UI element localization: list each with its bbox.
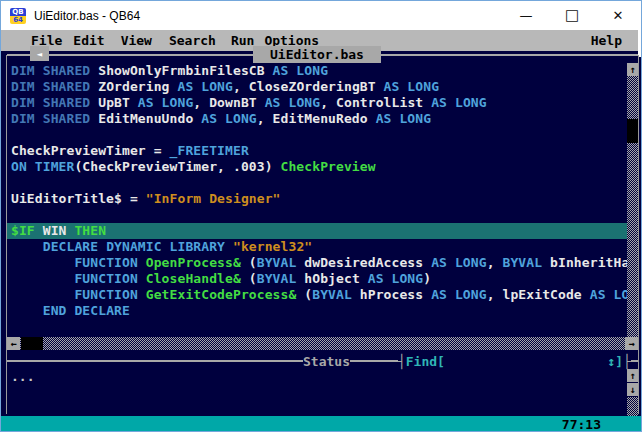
cursor-position: 77:13 <box>562 417 601 432</box>
code-token: ( <box>241 255 257 270</box>
horizontal-scrollbar[interactable]: ← → <box>7 337 638 350</box>
status-panel[interactable]: ... <box>7 369 627 416</box>
code-line[interactable] <box>7 207 627 223</box>
menu-bar-gap <box>638 30 642 57</box>
code-line[interactable]: DIM SHARED ShowOnlyFrmbinFilesCB AS LONG <box>7 63 627 79</box>
minimize-button[interactable]: — <box>503 1 549 30</box>
code-line[interactable]: UiEditorTitle$ = "InForm Designer" <box>7 191 627 207</box>
vertical-scrollbar-track[interactable] <box>627 76 638 337</box>
vertical-scrollbar-thumb[interactable] <box>627 119 638 143</box>
menu-item-view[interactable]: View <box>121 33 152 48</box>
horizontal-scrollbar-track[interactable] <box>20 337 625 350</box>
title-bar[interactable]: QB 64 UiEditor.bas - QB64 — □ ✕ <box>1 1 641 30</box>
code-line-metacommand[interactable]: $IF WIN THEN <box>7 223 627 239</box>
maximize-button[interactable]: □ <box>549 0 595 30</box>
left-arrow-icon: ← <box>10 338 16 349</box>
code-line[interactable]: CheckPreviewTimer = _FREETIMER <box>7 143 627 159</box>
code-token: $IF <box>11 223 43 238</box>
editor-right-frame <box>638 55 639 414</box>
code-token: EditMenuUndo <box>98 111 201 126</box>
menu-item-search[interactable]: Search <box>169 33 216 48</box>
code-token: DIM SHARED <box>11 63 98 78</box>
code-token: , CloseZOrderingBT <box>233 79 384 94</box>
code-line[interactable]: FUNCTION OpenProcess& (BYVAL dwDesiredAc… <box>7 255 627 271</box>
code-token <box>11 271 74 286</box>
code-token: AS LONG <box>273 63 329 78</box>
find-updown-icon[interactable]: ↕] <box>608 354 624 369</box>
code-token: , DownBT <box>193 95 264 110</box>
code-token: AS LONG <box>368 271 424 286</box>
status-scrollbar-track[interactable] <box>627 397 638 416</box>
code-token: BYVAL <box>503 255 543 270</box>
code-token: CheckPreviewTimer = <box>11 143 170 158</box>
code-token: UpBT <box>98 95 138 110</box>
code-token: FUNCTION <box>74 287 145 302</box>
code-line[interactable]: DIM SHARED UpBT AS LONG, DownBT AS LONG,… <box>7 95 627 111</box>
code-token: AS LONG <box>138 95 194 110</box>
divider-left-tick: ┤ <box>398 354 406 369</box>
code-token: , lpExitCode <box>487 287 590 302</box>
scroll-up-button[interactable]: ↑ <box>627 63 638 76</box>
code-token: (CheckPreviewTimer, .003) <box>74 159 280 174</box>
scroll-left-button[interactable]: ← <box>7 337 20 350</box>
right-arrow-icon: → <box>628 338 634 349</box>
divider-line <box>350 360 398 362</box>
tab-uieditor-bas[interactable]: UiEditor.bas <box>253 46 381 63</box>
code-token: hObject <box>296 271 367 286</box>
code-token: OpenProcess& <box>146 255 241 270</box>
horizontal-scrollbar-thumb[interactable] <box>21 337 43 350</box>
code-token: AS LONG <box>177 79 233 94</box>
code-line[interactable]: END DECLARE <box>7 303 627 319</box>
code-token <box>11 287 74 302</box>
code-line[interactable]: DECLARE DYNAMIC LIBRARY "kernel32" <box>7 239 627 255</box>
status-divider: Status ┤ Find[ ↕] ├ <box>7 353 638 369</box>
close-button[interactable]: ✕ <box>595 1 641 30</box>
code-line[interactable]: DIM SHARED ZOrdering AS LONG, CloseZOrde… <box>7 79 627 95</box>
code-token: _FREETIMER <box>170 143 249 158</box>
divider-line <box>7 360 303 362</box>
code-token: ON TIMER <box>11 159 74 174</box>
code-token <box>11 303 43 318</box>
status-label: Status <box>303 354 350 369</box>
qb64-icon-bottom: 64 <box>10 16 26 24</box>
code-token: , ControlList <box>320 95 431 110</box>
qb64-icon-top: QB <box>10 8 26 16</box>
status-scroll-down-button[interactable]: ↓ <box>627 383 638 396</box>
menu-item-edit[interactable]: Edit <box>73 33 104 48</box>
code-line[interactable]: FUNCTION CloseHandle& (BYVAL hObject AS … <box>7 271 627 287</box>
code-token: FUNCTION <box>74 255 145 270</box>
code-token: BYVAL <box>312 287 352 302</box>
tab-scroll-left-button[interactable]: ◄ <box>30 46 49 61</box>
code-token: AS LONG <box>384 79 440 94</box>
qb64-app-icon: QB 64 <box>10 8 26 24</box>
code-area[interactable]: DIM SHARED ShowOnlyFrmbinFilesCB AS LONG… <box>7 63 627 319</box>
code-token: DIM SHARED <box>11 79 98 94</box>
code-line[interactable] <box>7 175 627 191</box>
code-token <box>11 255 74 270</box>
code-line[interactable] <box>7 127 627 143</box>
code-token: AS LONG <box>431 255 487 270</box>
code-token: ZOrdering <box>98 79 177 94</box>
code-token: bInheritHa <box>542 255 627 270</box>
code-line[interactable]: ON TIMER(CheckPreviewTimer, .003) CheckP… <box>7 159 627 175</box>
bottom-bar: 77:13 <box>1 416 641 432</box>
down-arrow-icon: ↓ <box>629 384 635 395</box>
window-controls: — □ ✕ <box>503 1 641 30</box>
menu-item-run[interactable]: Run <box>231 33 254 48</box>
code-token: ) <box>423 271 431 286</box>
code-token: ( <box>241 271 257 286</box>
find-input[interactable] <box>445 354 608 368</box>
scroll-right-button[interactable]: → <box>625 337 638 350</box>
code-line[interactable]: DIM SHARED EditMenuUndo AS LONG, EditMen… <box>7 111 627 127</box>
code-token: CheckPreview <box>281 159 376 174</box>
menu-item-help[interactable]: Help <box>591 33 622 48</box>
code-token: AS LONG <box>265 95 321 110</box>
status-scroll-up-button[interactable]: ↑ <box>627 369 638 382</box>
vertical-scrollbar[interactable]: ↑ ↓ <box>627 63 638 350</box>
code-token: AS LONG <box>431 287 487 302</box>
qb64-window: QB 64 UiEditor.bas - QB64 — □ ✕ FileEdit… <box>0 0 642 432</box>
code-line[interactable]: FUNCTION GetExitCodeProcess& (BYVAL hPro… <box>7 287 627 303</box>
up-arrow-icon: ↑ <box>629 370 635 381</box>
status-vertical-scrollbar[interactable]: ↑ ↓ <box>627 369 638 416</box>
code-token: hProcess <box>352 287 431 302</box>
